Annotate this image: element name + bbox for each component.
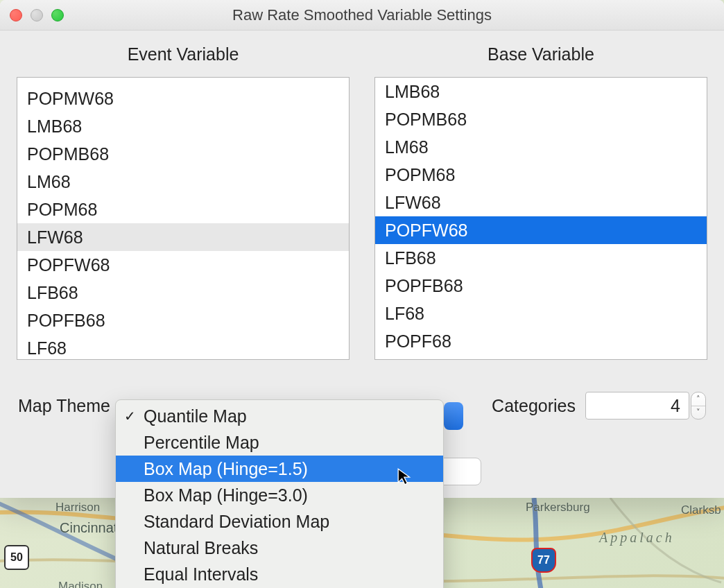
list-item[interactable]: LMB68: [375, 78, 707, 105]
dropdown-item[interactable]: Box Map (Hinge=1.5): [116, 456, 443, 482]
list-item[interactable]: POPMB68: [375, 105, 707, 133]
list-item[interactable]: LF68: [17, 334, 349, 360]
window-controls: [10, 9, 64, 21]
list-item[interactable]: POPMW68: [17, 85, 349, 112]
map-theme-dropdown[interactable]: ✓Quantile MapPercentile MapBox Map (Hing…: [115, 399, 444, 588]
list-item[interactable]: LM68: [375, 133, 707, 161]
dropdown-item-label: Standard Deviation Map: [144, 512, 329, 532]
dropdown-item[interactable]: Equal Intervals: [116, 561, 443, 587]
map-label: Cincinnati: [60, 520, 121, 536]
list-item[interactable]: POPFB68: [17, 306, 349, 334]
map-label: Harrison: [55, 501, 100, 514]
list-item[interactable]: POPFB68: [375, 272, 707, 300]
base-variable-column: Base Variable LMB68POPMB68LM68POPM68LFW6…: [374, 44, 707, 360]
categories-label: Categories: [492, 396, 576, 416]
list-item[interactable]: LF68: [375, 300, 707, 327]
list-item[interactable]: POPFW68: [17, 251, 349, 279]
titlebar: Raw Rate Smoothed Variable Settings: [0, 0, 724, 31]
check-icon: ✓: [124, 408, 136, 424]
dropdown-item-label: Quantile Map: [144, 406, 247, 426]
map-theme-label: Map Theme: [18, 396, 110, 416]
dropdown-item[interactable]: Percentile Map: [116, 429, 443, 456]
minimize-icon[interactable]: [31, 9, 43, 21]
event-variable-header: Event Variable: [17, 44, 350, 64]
base-variable-listbox[interactable]: LMB68POPMB68LM68POPM68LFW68POPFW68LFB68P…: [374, 77, 707, 360]
categories-input[interactable]: [585, 392, 689, 420]
dropdown-item[interactable]: ✓Quantile Map: [116, 403, 443, 429]
list-item[interactable]: LM68: [17, 168, 349, 196]
list-item[interactable]: LFW68: [375, 189, 707, 216]
list-item[interactable]: LMB68: [17, 112, 349, 140]
list-item[interactable]: POPF68: [375, 327, 707, 355]
dropdown-item-label: Percentile Map: [144, 433, 259, 453]
list-item[interactable]: LFB68: [375, 244, 707, 272]
base-variable-header: Base Variable: [374, 44, 707, 64]
categories-field-wrap: ˄ ˅: [585, 392, 706, 420]
map-label: Clarksb: [681, 503, 721, 517]
maximize-icon[interactable]: [51, 9, 64, 21]
list-item[interactable]: POPM68: [17, 196, 349, 223]
dropdown-item-label: Box Map (Hinge=3.0): [144, 485, 308, 505]
list-item[interactable]: LFW68: [17, 223, 349, 251]
dropdown-item[interactable]: Standard Deviation Map: [116, 508, 443, 535]
list-item[interactable]: [17, 77, 349, 85]
close-icon[interactable]: [10, 9, 22, 21]
event-variable-listbox[interactable]: POPMW68LMB68POPMB68LM68POPM68LFW68POPFW6…: [17, 77, 350, 360]
map-label: Parkersburg: [526, 501, 590, 514]
list-item[interactable]: POPMB68: [17, 140, 349, 168]
route-shield-icon: 50: [4, 545, 29, 570]
dropdown-item-label: Box Map (Hinge=1.5): [144, 459, 308, 479]
route-shield-icon: 77: [531, 548, 556, 573]
dropdown-item[interactable]: Natural Breaks: [116, 535, 443, 561]
map-theme-combo-arrow[interactable]: [444, 402, 463, 430]
list-item[interactable]: POPM68: [375, 161, 707, 189]
dropdown-item-label: Natural Breaks: [144, 538, 258, 558]
list-item[interactable]: LFB68: [17, 279, 349, 306]
map-label: Madison: [58, 580, 103, 588]
stepper-down-icon[interactable]: ˅: [691, 406, 705, 420]
map-label: Appalach: [599, 530, 675, 546]
stepper-up-icon[interactable]: ˄: [691, 392, 705, 406]
window-title: Raw Rate Smoothed Variable Settings: [8, 6, 716, 24]
dialog-content: Event Variable POPMW68LMB68POPMB68LM68PO…: [0, 31, 724, 433]
list-item[interactable]: POPFW68: [375, 216, 707, 244]
categories-stepper[interactable]: ˄ ˅: [691, 392, 706, 420]
event-variable-column: Event Variable POPMW68LMB68POPMB68LM68PO…: [17, 44, 350, 360]
dropdown-item-label: Equal Intervals: [144, 564, 258, 585]
dropdown-item[interactable]: Box Map (Hinge=3.0): [116, 482, 443, 508]
